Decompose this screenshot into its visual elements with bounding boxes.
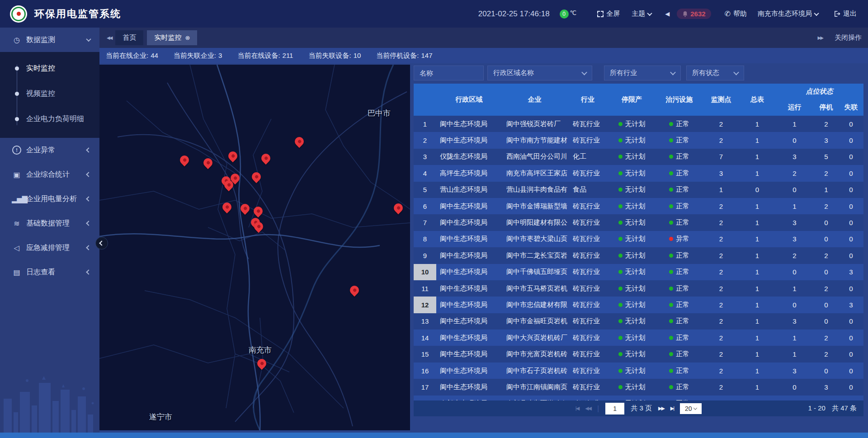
map-panel[interactable]: 巴中市南充市遂宁市 — [99, 65, 410, 430]
sidebar-subitem-2[interactable]: 视频监控 — [0, 81, 99, 106]
cell-total-meter: 1 — [739, 214, 775, 231]
prev-page-button[interactable]: ◀◀ — [585, 405, 591, 411]
cell-run-count: 0 — [775, 182, 814, 198]
cell-industry: 砖瓦行业 — [567, 165, 608, 181]
sidebar-item-5[interactable]: ≋基础数据管理 — [0, 211, 99, 235]
cell-industry: 砖瓦行业 — [567, 214, 608, 231]
sidebar-item-3[interactable]: ▣企业综合统计 — [0, 162, 99, 187]
chevron-down-icon — [581, 70, 587, 75]
status-dot-icon — [669, 270, 673, 274]
table-row[interactable]: 14阆中生态环境局阆中大兴页岩机砖厂砖瓦行业无计划正常21120 — [414, 330, 863, 346]
sound-mute-button[interactable]: ◀ — [665, 10, 670, 17]
status-dot-icon — [669, 138, 673, 142]
cell-lost-count: 0 — [839, 379, 863, 395]
cell-lost-count: 3 — [839, 297, 863, 313]
status-select[interactable]: 所有状态 — [686, 66, 744, 80]
table-row[interactable]: 4高坪生态环境局南充市高坪区王家店建砖瓦行业无计划正常31220 — [414, 165, 863, 181]
tab-label: 实时监控 — [154, 33, 181, 42]
table-row[interactable]: 18南部生态环境局南部县建兴页岩砖有限砖瓦行业无计划正常21120 — [414, 396, 863, 400]
help-button[interactable]: ✆ 帮助 — [725, 9, 747, 18]
sidebar-item-1[interactable]: ◷数据监测 — [0, 28, 99, 52]
page-number-input[interactable] — [605, 403, 624, 414]
table-row[interactable]: 12阆中生态环境局阆中市忠信建材有限公砖瓦行业无计划正常21003 — [414, 297, 863, 313]
cell-treatment-status: 正常 — [656, 313, 703, 330]
theme-menu-button[interactable]: 主题 — [632, 9, 651, 18]
tabs-scroll-left-icon[interactable]: ◀◀ — [107, 35, 112, 40]
sidebar-item-label: 企业综合统计 — [26, 170, 87, 179]
status-dot-icon — [618, 122, 623, 126]
status-dot-icon — [618, 138, 623, 142]
table-row[interactable]: 3仪陇生态环境局西南油气田分公司川中化工无计划正常71350 — [414, 149, 863, 165]
table-row[interactable]: 15阆中生态环境局阆中市光富页岩机砖厂砖瓦行业无计划正常21120 — [414, 346, 863, 362]
stat-value: 44 — [151, 52, 158, 59]
cell-industry: 砖瓦行业 — [567, 396, 608, 400]
cell-total-meter: 1 — [739, 132, 775, 148]
table-row[interactable]: 1阆中生态环境局阆中强锐页岩砖厂砖瓦行业无计划正常21120 — [414, 116, 863, 132]
table-row[interactable]: 2阆中生态环境局阆中市南方节能建材有砖瓦行业无计划正常21030 — [414, 132, 863, 148]
table-row[interactable]: 16阆中生态环境局阆中市石子页岩机砖厂砖瓦行业无计划正常21300 — [414, 363, 863, 379]
cell-monitor-count: 2 — [703, 198, 739, 214]
sidebar-item-2[interactable]: !企业异常 — [0, 138, 99, 162]
fullscreen-button[interactable]: 全屏 — [597, 9, 620, 18]
logo-sun-icon — [17, 12, 21, 16]
sidebar-item-4[interactable]: ▂▅▇企业用电量分析 — [0, 187, 99, 211]
header-point-status: 点位状态 — [775, 84, 863, 99]
sidebar-item-7[interactable]: ▤日志查看 — [0, 260, 99, 284]
cell-limit-status: 无计划 — [608, 132, 656, 148]
cell-row-number: 17 — [414, 379, 436, 395]
sidebar-item-label: 基础数据管理 — [26, 219, 87, 228]
tab-2[interactable]: 实时监控⊗ — [147, 30, 197, 45]
cell-monitor-count: 2 — [703, 231, 739, 247]
limit-text: 无计划 — [625, 317, 646, 325]
bullet-dot-icon — [15, 66, 19, 71]
treatment-text: 正常 — [676, 301, 689, 309]
region-select[interactable]: 行政区域名称 — [487, 66, 592, 80]
notification-badge[interactable]: 2632 — [677, 9, 711, 19]
cell-total-meter: 1 — [739, 363, 775, 379]
status-dot-icon — [618, 254, 623, 258]
first-page-button[interactable]: |◀ — [576, 405, 579, 411]
table-row[interactable]: 6阆中生态环境局阆中市金博瑞新型墙材砖瓦行业无计划正常21120 — [414, 198, 863, 214]
cell-company: 阆中千佛镇五郎垭页岩 — [502, 264, 567, 280]
table-row[interactable]: 7阆中生态环境局阆中明阳建材有限公司砖瓦行业无计划正常21300 — [414, 214, 863, 231]
cell-monitor-count: 2 — [703, 297, 739, 313]
cell-lost-count: 0 — [839, 149, 863, 165]
table-row[interactable]: 17阆中生态环境局阆中市江南镇阆南页岩砖瓦行业无计划正常21030 — [414, 379, 863, 395]
cell-company: 阆中市五马桥页岩机砖 — [502, 280, 567, 297]
header-run: 运行 — [775, 99, 814, 116]
table-row[interactable]: 11阆中生态环境局阆中市五马桥页岩机砖砖瓦行业无计划正常21120 — [414, 280, 863, 297]
total-count-label: 共 47 条 — [832, 404, 857, 413]
tabs-scroll-right-icon[interactable]: ▶▶ — [818, 35, 823, 40]
table-row[interactable]: 10阆中生态环境局阆中千佛镇五郎垭页岩砖瓦行业无计划正常21003 — [414, 264, 863, 280]
next-page-button[interactable]: ▶▶ — [658, 405, 664, 411]
sidebar-item-6[interactable]: ◁应急减排管理 — [0, 235, 99, 260]
tab-bar: ◀◀ 首页实时监控⊗ ▶▶ 关闭操作 — [99, 28, 868, 48]
tab-close-icon[interactable]: ⊗ — [185, 34, 190, 41]
tab-1[interactable]: 首页 — [115, 30, 143, 45]
last-page-button[interactable]: ▶| — [670, 405, 674, 411]
table-row[interactable]: 5营山生态环境局营山县润丰肉食品有限食品无计划正常10010 — [414, 182, 863, 198]
cell-run-count: 0 — [775, 132, 814, 148]
cell-region: 南部生态环境局 — [436, 396, 502, 400]
table-row[interactable]: 13阆中生态环境局阆中市金福旺页岩机砖砖瓦行业无计划正常21300 — [414, 313, 863, 330]
sidebar-subitem-1[interactable]: 实时监控 — [0, 56, 99, 81]
sidebar-subitem-label: 企业电力负荷明细 — [26, 114, 84, 124]
industry-select[interactable]: 所有行业 — [604, 66, 681, 80]
page-size-select[interactable]: 20 — [680, 403, 702, 414]
table-row[interactable]: 9阆中生态环境局阆中市二龙长宝页岩砖砖瓦行业无计划正常21220 — [414, 247, 863, 264]
sidebar-collapse-toggle[interactable] — [95, 237, 108, 250]
logout-button[interactable]: 退出 — [834, 9, 857, 18]
close-operations-button[interactable]: 关闭操作 — [835, 33, 862, 42]
limit-text: 无计划 — [625, 169, 646, 178]
app-logo — [10, 5, 27, 23]
name-search-input[interactable] — [414, 66, 484, 80]
org-menu-button[interactable]: 南充市生态环境局 — [758, 9, 818, 18]
limit-text: 无计划 — [625, 120, 646, 128]
treatment-text: 正常 — [676, 367, 689, 375]
bullet-dot-icon — [15, 92, 19, 96]
table-row[interactable]: 8阆中生态环境局阆中市枣碧大梁山页岩砖瓦行业无计划异常21300 — [414, 231, 863, 247]
sidebar-subitem-3[interactable]: 企业电力负荷明细 — [0, 106, 99, 132]
alert-circle-icon: ! — [12, 146, 22, 155]
treatment-text: 正常 — [676, 169, 689, 178]
map-road-network — [99, 65, 410, 430]
